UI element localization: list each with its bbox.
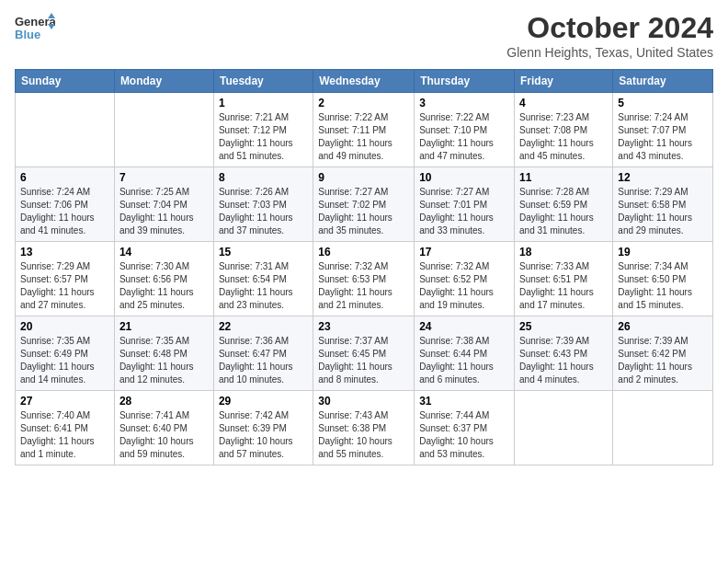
day-detail: Sunrise: 7:36 AMSunset: 6:47 PMDaylight:… — [219, 335, 308, 386]
day-number: 21 — [119, 320, 209, 333]
day-detail: Sunrise: 7:43 AMSunset: 6:38 PMDaylight:… — [318, 409, 409, 461]
calendar-table: Sunday Monday Tuesday Wednesday Thursday… — [15, 69, 713, 465]
day-detail: Sunrise: 7:44 AMSunset: 6:37 PMDaylight:… — [419, 409, 509, 461]
day-number: 4 — [519, 97, 608, 109]
calendar-cell: 14 Sunrise: 7:30 AMSunset: 6:56 PMDaylig… — [114, 242, 213, 316]
day-detail: Sunrise: 7:23 AMSunset: 7:08 PMDaylight:… — [519, 111, 608, 163]
calendar-cell: 6 Sunrise: 7:24 AMSunset: 7:06 PMDayligh… — [16, 167, 115, 242]
day-number: 2 — [318, 97, 409, 109]
calendar-cell: 3 Sunrise: 7:22 AMSunset: 7:10 PMDayligh… — [415, 93, 515, 167]
day-number: 11 — [519, 171, 608, 184]
calendar-cell: 1 Sunrise: 7:21 AMSunset: 7:12 PMDayligh… — [213, 93, 313, 167]
day-number: 17 — [419, 246, 509, 259]
day-number: 5 — [618, 97, 708, 109]
logo: General Blue — [15, 11, 55, 48]
week-row-2: 6 Sunrise: 7:24 AMSunset: 7:06 PMDayligh… — [16, 167, 713, 242]
day-number: 27 — [20, 395, 109, 408]
calendar-cell: 12 Sunrise: 7:29 AMSunset: 6:58 PMDaylig… — [613, 167, 713, 242]
day-number: 24 — [419, 320, 509, 333]
day-detail: Sunrise: 7:30 AMSunset: 6:56 PMDaylight:… — [119, 260, 209, 312]
week-row-1: 1 Sunrise: 7:21 AMSunset: 7:12 PMDayligh… — [16, 93, 713, 167]
day-number: 14 — [119, 246, 209, 259]
day-number: 20 — [20, 320, 109, 333]
calendar-cell: 5 Sunrise: 7:24 AMSunset: 7:07 PMDayligh… — [613, 93, 713, 167]
day-detail: Sunrise: 7:27 AMSunset: 7:01 PMDaylight:… — [419, 186, 509, 237]
day-detail: Sunrise: 7:41 AMSunset: 6:40 PMDaylight:… — [119, 409, 209, 461]
calendar-cell: 2 Sunrise: 7:22 AMSunset: 7:11 PMDayligh… — [313, 93, 415, 167]
col-tuesday: Tuesday — [213, 70, 313, 93]
calendar-cell: 17 Sunrise: 7:32 AMSunset: 6:52 PMDaylig… — [415, 242, 515, 316]
month-title: October 2024 — [506, 11, 713, 45]
day-detail: Sunrise: 7:39 AMSunset: 6:43 PMDaylight:… — [519, 335, 608, 386]
calendar-cell — [613, 391, 713, 465]
calendar-cell: 24 Sunrise: 7:38 AMSunset: 6:44 PMDaylig… — [415, 316, 515, 391]
col-thursday: Thursday — [415, 70, 515, 93]
day-detail: Sunrise: 7:21 AMSunset: 7:12 PMDaylight:… — [219, 111, 308, 163]
day-detail: Sunrise: 7:31 AMSunset: 6:54 PMDaylight:… — [219, 260, 308, 312]
day-number: 8 — [219, 171, 308, 184]
day-detail: Sunrise: 7:24 AMSunset: 7:07 PMDaylight:… — [618, 111, 708, 163]
day-number: 12 — [618, 171, 708, 184]
calendar-cell: 23 Sunrise: 7:37 AMSunset: 6:45 PMDaylig… — [313, 316, 415, 391]
day-detail: Sunrise: 7:28 AMSunset: 6:59 PMDaylight:… — [519, 186, 608, 237]
day-detail: Sunrise: 7:27 AMSunset: 7:02 PMDaylight:… — [318, 186, 409, 237]
calendar-cell: 31 Sunrise: 7:44 AMSunset: 6:37 PMDaylig… — [415, 391, 515, 465]
day-number: 28 — [119, 395, 209, 408]
title-block: October 2024 Glenn Heights, Texas, Unite… — [506, 11, 713, 60]
day-number: 26 — [618, 320, 708, 333]
day-detail: Sunrise: 7:42 AMSunset: 6:39 PMDaylight:… — [219, 409, 308, 461]
day-detail: Sunrise: 7:33 AMSunset: 6:51 PMDaylight:… — [519, 260, 608, 312]
day-number: 7 — [119, 171, 209, 184]
calendar-cell: 22 Sunrise: 7:36 AMSunset: 6:47 PMDaylig… — [213, 316, 313, 391]
day-detail: Sunrise: 7:38 AMSunset: 6:44 PMDaylight:… — [419, 335, 509, 386]
calendar-cell: 27 Sunrise: 7:40 AMSunset: 6:41 PMDaylig… — [16, 391, 115, 465]
col-wednesday: Wednesday — [313, 70, 415, 93]
calendar-cell — [515, 391, 613, 465]
header-row: Sunday Monday Tuesday Wednesday Thursday… — [16, 70, 713, 93]
week-row-4: 20 Sunrise: 7:35 AMSunset: 6:49 PMDaylig… — [16, 316, 713, 391]
calendar-cell: 19 Sunrise: 7:34 AMSunset: 6:50 PMDaylig… — [613, 242, 713, 316]
day-detail: Sunrise: 7:39 AMSunset: 6:42 PMDaylight:… — [618, 335, 708, 386]
day-number: 9 — [318, 171, 409, 184]
day-detail: Sunrise: 7:24 AMSunset: 7:06 PMDaylight:… — [20, 186, 109, 237]
calendar-cell: 26 Sunrise: 7:39 AMSunset: 6:42 PMDaylig… — [613, 316, 713, 391]
calendar-cell: 7 Sunrise: 7:25 AMSunset: 7:04 PMDayligh… — [114, 167, 213, 242]
calendar-cell: 18 Sunrise: 7:33 AMSunset: 6:51 PMDaylig… — [515, 242, 613, 316]
calendar-cell: 15 Sunrise: 7:31 AMSunset: 6:54 PMDaylig… — [213, 242, 313, 316]
day-number: 30 — [318, 395, 409, 408]
calendar-cell: 9 Sunrise: 7:27 AMSunset: 7:02 PMDayligh… — [313, 167, 415, 242]
calendar-cell: 4 Sunrise: 7:23 AMSunset: 7:08 PMDayligh… — [515, 93, 613, 167]
calendar-cell — [16, 93, 115, 167]
day-detail: Sunrise: 7:35 AMSunset: 6:48 PMDaylight:… — [119, 335, 209, 386]
calendar-cell: 8 Sunrise: 7:26 AMSunset: 7:03 PMDayligh… — [213, 167, 313, 242]
day-number: 23 — [318, 320, 409, 333]
logo-icon: General Blue — [15, 11, 55, 44]
day-number: 29 — [219, 395, 308, 408]
day-number: 10 — [419, 171, 509, 184]
calendar-cell: 29 Sunrise: 7:42 AMSunset: 6:39 PMDaylig… — [213, 391, 313, 465]
calendar-cell: 28 Sunrise: 7:41 AMSunset: 6:40 PMDaylig… — [114, 391, 213, 465]
calendar-cell: 16 Sunrise: 7:32 AMSunset: 6:53 PMDaylig… — [313, 242, 415, 316]
col-saturday: Saturday — [613, 70, 713, 93]
day-number: 16 — [318, 246, 409, 259]
day-number: 19 — [618, 246, 708, 259]
calendar-cell: 13 Sunrise: 7:29 AMSunset: 6:57 PMDaylig… — [16, 242, 115, 316]
page: General Blue October 2024 Glenn Heights,… — [0, 0, 728, 477]
day-detail: Sunrise: 7:32 AMSunset: 6:53 PMDaylight:… — [318, 260, 409, 312]
week-row-5: 27 Sunrise: 7:40 AMSunset: 6:41 PMDaylig… — [16, 391, 713, 465]
day-detail: Sunrise: 7:22 AMSunset: 7:11 PMDaylight:… — [318, 111, 409, 163]
day-detail: Sunrise: 7:29 AMSunset: 6:58 PMDaylight:… — [618, 186, 708, 237]
day-number: 15 — [219, 246, 308, 259]
calendar-cell: 30 Sunrise: 7:43 AMSunset: 6:38 PMDaylig… — [313, 391, 415, 465]
day-number: 1 — [219, 97, 308, 109]
day-detail: Sunrise: 7:40 AMSunset: 6:41 PMDaylight:… — [20, 409, 109, 461]
location: Glenn Heights, Texas, United States — [506, 45, 713, 60]
day-number: 25 — [519, 320, 608, 333]
header: General Blue October 2024 Glenn Heights,… — [15, 11, 713, 60]
day-detail: Sunrise: 7:22 AMSunset: 7:10 PMDaylight:… — [419, 111, 509, 163]
day-detail: Sunrise: 7:34 AMSunset: 6:50 PMDaylight:… — [618, 260, 708, 312]
day-number: 6 — [20, 171, 109, 184]
col-friday: Friday — [515, 70, 613, 93]
calendar-cell: 20 Sunrise: 7:35 AMSunset: 6:49 PMDaylig… — [16, 316, 115, 391]
day-detail: Sunrise: 7:29 AMSunset: 6:57 PMDaylight:… — [20, 260, 109, 312]
